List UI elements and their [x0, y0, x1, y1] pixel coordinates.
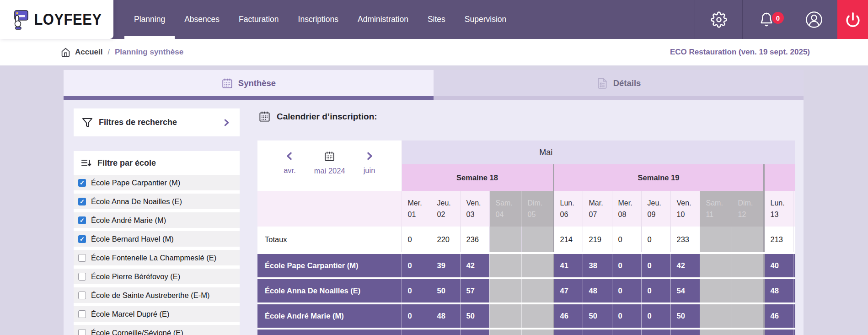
value-cell: 48 — [431, 303, 460, 329]
value-cell — [764, 329, 793, 335]
row-label: École Anna De Noailles (E) — [257, 278, 402, 303]
school-checkbox[interactable] — [78, 310, 86, 318]
school-label: École Pape Carpantier (M) — [91, 178, 180, 187]
value-cell — [460, 329, 489, 335]
sort-icon — [81, 158, 92, 168]
school-row: École Pape Carpantier (M)039424138004240 — [257, 253, 795, 278]
nav-item-administration[interactable]: Administration — [348, 0, 418, 39]
value-cell — [793, 303, 795, 329]
value-cell: 0 — [612, 253, 641, 278]
totals-row: Totaux022023621421900233213 — [257, 227, 795, 253]
day-header-cell: Dim.05 — [521, 191, 553, 227]
value-cell — [732, 303, 764, 329]
value-cell: 0 — [402, 227, 431, 253]
tab-synthese-label: Synthèse — [238, 78, 276, 88]
month-navigator: avr. — [257, 140, 402, 191]
school-label: École Corneille/Sévigné (E) — [91, 329, 183, 335]
tab-details[interactable]: Détails — [434, 70, 804, 96]
gear-icon — [711, 11, 727, 28]
value-cell — [670, 329, 700, 335]
school-filter-item[interactable]: École de Sainte Austreberthe (E-M) — [74, 287, 240, 303]
search-filters-title: Filtres de recherche — [99, 118, 177, 127]
current-month-picker[interactable]: mai 2024 — [314, 151, 345, 175]
school-filter-card: Filtre par école École Pape Carpantier (… — [74, 151, 240, 335]
value-cell: 57 — [460, 278, 489, 303]
logo-text: LOYFEEY — [34, 10, 102, 28]
school-checkbox[interactable] — [78, 179, 86, 187]
breadcrumb-separator: / — [107, 48, 109, 56]
value-cell: 0 — [402, 303, 431, 329]
school-filter-item[interactable]: École Anna De Noailles (E) — [74, 194, 240, 209]
chevron-right-icon[interactable] — [221, 118, 231, 128]
value-cell — [521, 253, 553, 278]
value-cell — [612, 329, 641, 335]
account-button[interactable] — [790, 0, 837, 39]
value-cell — [793, 278, 795, 303]
value-cell — [732, 329, 764, 335]
school-label: École Anna De Noailles (E) — [91, 197, 182, 206]
school-checkbox[interactable] — [78, 292, 86, 299]
school-checkbox[interactable] — [78, 273, 86, 281]
logout-button[interactable] — [837, 0, 868, 39]
week-band — [764, 164, 795, 191]
value-cell: 38 — [583, 253, 612, 278]
day-header-cell: Mer.08 — [612, 191, 641, 227]
value-cell — [793, 227, 795, 253]
chevron-right-icon — [364, 151, 375, 162]
logo[interactable]: LOYFEEY — [0, 0, 113, 39]
week-band: Semaine 19 — [553, 164, 764, 191]
funnel-icon — [82, 117, 93, 128]
settings-button[interactable] — [695, 0, 742, 39]
nav-item-facturation[interactable]: Facturation — [229, 0, 289, 39]
school-checkbox[interactable] — [78, 254, 86, 262]
calendar-icon — [258, 110, 271, 123]
next-month-button[interactable]: juin — [364, 151, 375, 175]
value-cell: 0 — [612, 227, 641, 253]
school-filter-title: Filtre par école — [97, 158, 156, 168]
value-cell: 42 — [670, 253, 700, 278]
school-checkbox[interactable] — [78, 216, 86, 224]
tab-synthese[interactable]: Synthèse — [64, 70, 434, 96]
day-header-cell: Lun.06 — [553, 191, 583, 227]
prev-month-button[interactable]: avr. — [284, 151, 296, 175]
school-checkbox[interactable] — [78, 235, 86, 243]
context-label: ECO Restauration (ven. 19 sept. 2025) — [670, 48, 810, 57]
nav-item-supervision[interactable]: Supervision — [455, 0, 516, 39]
calendar-table: avr. — [257, 140, 795, 335]
nav-icons: 0 — [695, 0, 868, 39]
home-icon[interactable] — [61, 48, 70, 57]
school-filter-item[interactable]: École André Marie (M) — [74, 212, 240, 228]
nav-item-inscriptions[interactable]: Inscriptions — [289, 0, 348, 39]
school-filter-item[interactable]: École Pierre Béréfovoy (E) — [74, 269, 240, 284]
calendar-table-scroll[interactable]: avr. — [257, 140, 795, 335]
value-cell: 0 — [612, 278, 641, 303]
school-filter-item[interactable]: École Bernard Havel (M) — [74, 231, 240, 247]
month-band: Mai — [402, 140, 795, 164]
value-cell — [489, 278, 521, 303]
value-cell: 0 — [402, 278, 431, 303]
prev-month-label: avr. — [284, 166, 296, 175]
school-checkbox[interactable] — [78, 198, 86, 205]
search-filters-card[interactable]: Filtres de recherche — [74, 108, 240, 136]
nav-item-sites[interactable]: Sites — [418, 0, 455, 39]
row-label — [257, 329, 402, 335]
school-checkbox[interactable] — [78, 329, 86, 335]
school-filter-item[interactable]: École Fontenelle La Champmeslé (E) — [74, 250, 240, 265]
school-label: École Fontenelle La Champmeslé (E) — [91, 254, 216, 262]
school-filter-item[interactable]: École Pape Carpantier (M) — [74, 175, 240, 190]
tab-bar: Synthèse Détails — [64, 70, 804, 100]
value-cell: 54 — [670, 278, 700, 303]
school-filter-item[interactable]: École Corneille/Sévigné (E) — [74, 325, 240, 335]
nav-item-planning[interactable]: Planning — [124, 0, 175, 39]
chevron-left-icon — [284, 151, 295, 162]
school-filter-item[interactable]: École Marcel Dupré (E) — [74, 306, 240, 322]
value-cell — [489, 253, 521, 278]
day-header-cell: Dim.12 — [732, 191, 764, 227]
nav-item-absences[interactable]: Absences — [175, 0, 229, 39]
school-label: École André Marie (M) — [91, 216, 166, 225]
value-cell: 46 — [553, 303, 583, 329]
value-cell: 41 — [553, 253, 583, 278]
breadcrumb-home-link[interactable]: Accueil — [75, 48, 102, 57]
notifications-button[interactable]: 0 — [742, 0, 790, 39]
value-cell — [402, 329, 431, 335]
